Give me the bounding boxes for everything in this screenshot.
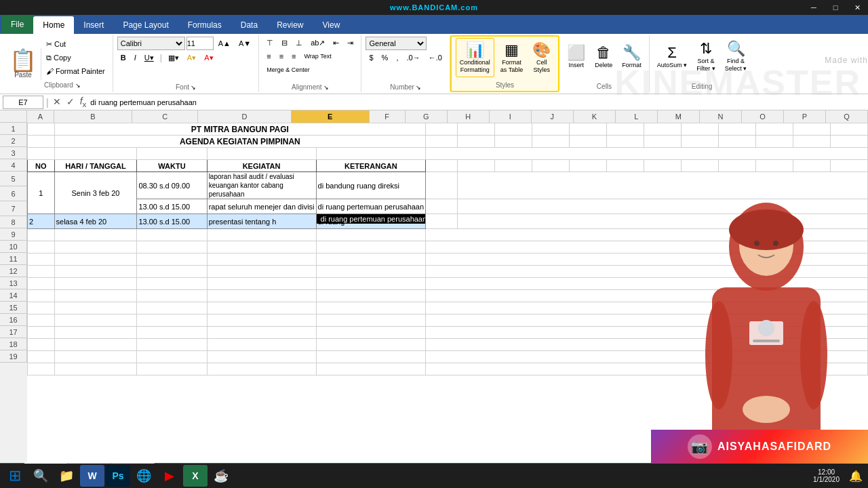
tab-review[interactable]: Review: [267, 16, 313, 34]
row-header-2[interactable]: 2: [0, 135, 27, 147]
cell-p4[interactable]: [793, 160, 830, 172]
cell-q1[interactable]: [830, 123, 867, 136]
col-header-q[interactable]: Q: [826, 110, 868, 123]
cancel-formula-icon[interactable]: ✕: [52, 96, 62, 107]
cell-reference-box[interactable]: [3, 96, 43, 109]
align-middle-button[interactable]: ⊟: [278, 37, 291, 49]
cell-i1[interactable]: [532, 123, 570, 136]
cell-k1[interactable]: [607, 123, 644, 136]
maximize-button[interactable]: □: [825, 0, 846, 15]
indent-decrease-button[interactable]: ⇤: [330, 37, 342, 49]
cell-o1[interactable]: [756, 123, 793, 136]
row-header-10[interactable]: 10: [0, 241, 27, 253]
col-header-g[interactable]: G: [406, 110, 448, 123]
row-header-15[interactable]: 15: [0, 302, 27, 314]
decrease-decimal-button[interactable]: ←.0: [425, 52, 446, 64]
number-expand-icon[interactable]: ↘: [416, 84, 421, 91]
cell-rest6[interactable]: [458, 199, 868, 214]
row-header-17[interactable]: 17: [0, 326, 27, 338]
tab-home[interactable]: Home: [33, 16, 74, 34]
percent-button[interactable]: %: [378, 52, 392, 64]
start-button[interactable]: ⊞: [3, 465, 27, 487]
col-header-p[interactable]: P: [784, 110, 826, 123]
font-grow-button[interactable]: A▲: [215, 37, 234, 49]
font-expand-icon[interactable]: ↘: [191, 84, 196, 91]
row-header-1[interactable]: 1: [0, 123, 27, 135]
confirm-formula-icon[interactable]: ✓: [65, 96, 76, 107]
autosum-button[interactable]: Σ AutoSum ▾: [654, 37, 691, 76]
col-header-c[interactable]: C: [132, 110, 198, 123]
fill-color-button[interactable]: A▾: [184, 52, 199, 64]
cell-a8[interactable]: [28, 229, 55, 241]
row-header-11[interactable]: 11: [0, 253, 27, 265]
col-header-n[interactable]: N: [700, 110, 742, 123]
cell-f2[interactable]: [426, 136, 458, 148]
row-header-12[interactable]: 12: [0, 265, 27, 277]
cell-c7[interactable]: 13.00 s.d 15.00: [137, 214, 207, 229]
col-header-o[interactable]: O: [742, 110, 784, 123]
col-header-d[interactable]: D: [198, 110, 291, 123]
indent-increase-button[interactable]: ⇥: [344, 37, 357, 49]
word-button[interactable]: W: [80, 465, 104, 487]
number-format-select[interactable]: General: [366, 37, 427, 50]
cell-a7[interactable]: 2: [28, 214, 55, 229]
col-header-j[interactable]: J: [532, 110, 574, 123]
cell-g1[interactable]: [458, 123, 495, 136]
cell-j4[interactable]: [570, 160, 607, 172]
cell-m1[interactable]: [682, 123, 719, 136]
format-painter-button[interactable]: 🖌 Format Painter: [44, 65, 107, 77]
photoshop-button[interactable]: Ps: [106, 465, 130, 487]
cell-o4[interactable]: [756, 160, 793, 172]
cell-q4[interactable]: [830, 160, 867, 172]
text-orientation-button[interactable]: ab↗: [307, 37, 328, 49]
alignment-expand-icon[interactable]: ↘: [323, 84, 329, 91]
insert-button[interactable]: ⬜ Insert: [564, 37, 589, 76]
bold-button[interactable]: B: [117, 52, 130, 64]
tab-data[interactable]: Data: [231, 16, 267, 34]
accounting-button[interactable]: $: [366, 52, 376, 64]
cell-e7[interactable]: di ruang di ruang pertemuan perusahaan: [316, 214, 426, 229]
cell-d7[interactable]: presentasi tentang h: [207, 214, 316, 229]
cell-c4[interactable]: WAKTU: [137, 160, 207, 172]
excel-taskbar-button[interactable]: X: [183, 465, 208, 487]
cell-a3[interactable]: [28, 148, 55, 160]
cell-f6[interactable]: [426, 199, 458, 214]
format-button[interactable]: 🔧 Format: [618, 37, 645, 76]
media-button[interactable]: ▶: [157, 465, 182, 487]
cell-b7[interactable]: selasa 4 feb 20: [54, 214, 137, 229]
cell-d6[interactable]: rapat seluruh menejer dan divisi: [207, 199, 316, 214]
cell-h4[interactable]: [495, 160, 532, 172]
cell-c5[interactable]: 08.30 s.d 09.00: [137, 172, 207, 199]
cell-b3[interactable]: [54, 148, 137, 160]
align-right-button[interactable]: ≡: [288, 50, 299, 62]
cell-m4[interactable]: [682, 160, 719, 172]
cell-e5[interactable]: di bandung ruang direksi: [316, 172, 426, 199]
col-header-m[interactable]: M: [658, 110, 700, 123]
tab-formulas[interactable]: Formulas: [178, 16, 231, 34]
wrap-text-button[interactable]: Wrap Text: [300, 50, 334, 62]
tab-page-layout[interactable]: Page Layout: [113, 16, 178, 34]
col-header-f[interactable]: F: [370, 110, 406, 123]
cell-i4[interactable]: [532, 160, 570, 172]
cell-m2[interactable]: [682, 136, 719, 148]
cell-a2[interactable]: [28, 136, 55, 148]
cell-h1[interactable]: [495, 123, 532, 136]
cell-p2[interactable]: [793, 136, 830, 148]
format-as-table-button[interactable]: ▦ Formatas Table: [497, 38, 526, 77]
cell-n1[interactable]: [719, 123, 756, 136]
cell-k4[interactable]: [607, 160, 644, 172]
cell-l2[interactable]: [644, 136, 682, 148]
tab-file[interactable]: File: [1, 15, 33, 34]
font-name-select[interactable]: Calibri: [117, 37, 185, 50]
cell-d3[interactable]: [207, 148, 316, 160]
cell-c6[interactable]: 13.00 s.d 15.00: [137, 199, 207, 214]
merge-center-button[interactable]: Merge & Center: [263, 64, 313, 76]
cell-f1[interactable]: [426, 123, 458, 136]
font-color-button[interactable]: A▾: [201, 52, 216, 64]
insert-function-icon[interactable]: fx: [79, 96, 88, 108]
col-header-l[interactable]: L: [616, 110, 658, 123]
font-size-input[interactable]: [186, 37, 214, 50]
col-header-b[interactable]: B: [54, 110, 132, 123]
cell-h2[interactable]: [495, 136, 532, 148]
col-header-a[interactable]: A: [27, 110, 54, 123]
